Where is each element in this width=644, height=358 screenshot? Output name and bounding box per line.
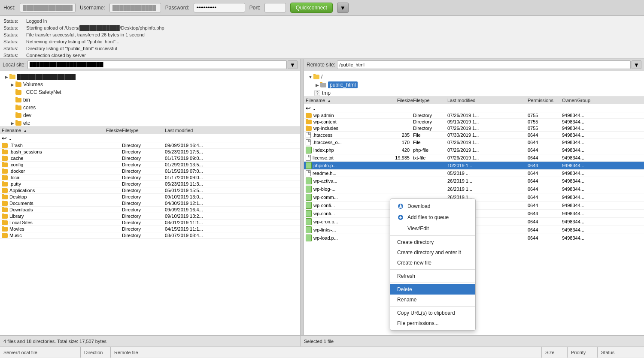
- remote-file-row-wp-content[interactable]: wp-content Directory 09/10/2019 1... 075…: [304, 119, 644, 125]
- ctx-item-rename[interactable]: Rename: [390, 295, 475, 305]
- tree-toggle-etc[interactable]: ▶: [9, 120, 15, 126]
- remote-file-row-wp-includes[interactable]: wp-includes Directory 07/26/2019 1... 07…: [304, 125, 644, 132]
- remote-file-row-license[interactable]: license.txt 19,935 txt-file 07/26/2019 1…: [304, 154, 644, 162]
- folder-icon-cache: [2, 156, 8, 161]
- tree-item-bin[interactable]: bin: [0, 96, 300, 104]
- quickconnect-button[interactable]: Quickconnect: [290, 3, 333, 13]
- remote-col-filename[interactable]: Filename ▲: [306, 98, 383, 103]
- folder-icon-documents: [2, 201, 8, 206]
- remote-file-row-phpinfo[interactable]: phpinfo.p... 10/2019 1... 0644 9498344..…: [304, 162, 644, 170]
- remote-file-row-htaccess-o[interactable]: .htaccess_o... 170 File 07/26/2019 1... …: [304, 139, 644, 146]
- remote-col-ownergroup[interactable]: Owner/Group: [562, 98, 642, 103]
- local-file-row-bash[interactable]: .bash_sessions Directory 05/23/2019 17:5…: [0, 149, 300, 155]
- remote-tree-item-tmp[interactable]: ? tmp: [306, 89, 642, 97]
- local-file-row-applications[interactable]: Applications Directory 05/01/2019 15:5..…: [0, 187, 300, 194]
- remote-file-row-wp-activa[interactable]: wp-activa... 26/2019 1... 0644 9498344..…: [304, 177, 644, 185]
- username-input[interactable]: [109, 3, 161, 12]
- local-file-row-movies[interactable]: Movies Directory 04/15/2019 11:1...: [0, 226, 300, 232]
- ctx-item-add-queue[interactable]: Add files to queue: [390, 212, 475, 223]
- panel-divider[interactable]: [301, 59, 304, 335]
- ctx-item-delete[interactable]: Delete: [390, 284, 475, 295]
- queue-icon: [397, 214, 404, 221]
- tree-item-volumes[interactable]: ▶ Volumes: [0, 81, 300, 88]
- php-icon-confi1: [306, 202, 312, 209]
- local-file-row-trash[interactable]: .Trash Directory 09/09/2019 16:4...: [0, 142, 300, 149]
- folder-icon-localsites: [2, 220, 8, 225]
- local-col-filesize[interactable]: Filesize: [88, 128, 122, 133]
- ctx-item-copy-url[interactable]: Copy URL(s) to clipboard: [390, 308, 475, 318]
- local-file-row-docker[interactable]: .docker Directory 01/15/2019 07:0...: [0, 168, 300, 174]
- local-site-dropdown-button[interactable]: ▼: [288, 60, 298, 69]
- host-label: Host:: [3, 5, 15, 11]
- tree-item-ccc[interactable]: _CCC SafetyNet: [0, 88, 300, 96]
- remote-file-row-wp-admin[interactable]: wp-admin Directory 07/26/2019 1... 0755 …: [304, 112, 644, 119]
- local-file-row-local[interactable]: .local Directory 01/17/2019 09:0...: [0, 174, 300, 181]
- remote-site-label: Remote site:: [307, 62, 335, 68]
- quickconnect-dropdown-button[interactable]: ▼: [337, 3, 349, 13]
- remote-col-filetype[interactable]: Filetype: [413, 98, 447, 103]
- local-col-filename[interactable]: Filename ▲: [2, 128, 88, 133]
- left-panel: Local site: ▼ ▶ ████████████████ ▶ Volum…: [0, 59, 301, 335]
- remote-file-row-parent[interactable]: ↩ ..: [304, 104, 644, 112]
- remote-file-row-htaccess[interactable]: .htaccess 235 File 07/30/2019 1... 0644 …: [304, 132, 644, 139]
- tree-item-dev[interactable]: dev: [0, 111, 300, 119]
- ctx-item-create-file[interactable]: Create new file: [390, 258, 475, 268]
- php-icon-phpinfo: [306, 162, 312, 169]
- tree-item-etc[interactable]: ▶ etc: [0, 119, 300, 127]
- local-file-row-downloads[interactable]: Downloads Directory 09/09/2019 16:4...: [0, 207, 300, 213]
- ctx-item-file-permissions[interactable]: File permissions...: [390, 318, 475, 328]
- folder-icon-library: [2, 214, 8, 219]
- local-file-row-library[interactable]: Library Directory 09/10/2019 13:2...: [0, 213, 300, 220]
- local-col-filetype[interactable]: Filetype: [122, 128, 165, 133]
- ctx-item-refresh[interactable]: Refresh: [390, 271, 475, 281]
- ctx-item-download[interactable]: Download: [390, 201, 475, 212]
- remote-site-dropdown-button[interactable]: ▼: [632, 60, 641, 69]
- folder-icon-downloads: [2, 208, 8, 212]
- local-file-row-config[interactable]: .config Directory 01/29/2019 13:5...: [0, 162, 300, 168]
- tree-toggle-home[interactable]: ▶: [3, 74, 9, 80]
- password-input[interactable]: [194, 3, 245, 12]
- download-icon: [397, 203, 404, 210]
- status-area: Status: Logged in Status: Starting uploa…: [0, 16, 644, 59]
- local-file-row-documents[interactable]: Documents Directory 04/30/2019 12:1...: [0, 200, 300, 207]
- folder-icon-local: [2, 175, 8, 180]
- tree-item-home[interactable]: ▶ ████████████████: [0, 73, 300, 81]
- remote-file-row-readme[interactable]: readme.h... 05/2019 ... 0644 9498344...: [304, 170, 644, 177]
- remote-file-row-wp-blog[interactable]: wp-blog-... 26/2019 1... 0644 9498344...: [304, 185, 644, 193]
- tree-item-etc-label: etc: [23, 120, 30, 126]
- remote-site-path-input[interactable]: [337, 60, 630, 69]
- remote-col-filesize[interactable]: Filesize: [383, 98, 413, 103]
- context-menu: Download Add files to queue View/Edit Cr…: [390, 199, 476, 331]
- local-col-lastmod[interactable]: Last modified: [165, 128, 298, 133]
- folder-icon-wp-content: [306, 120, 312, 124]
- ctx-create-dir-label: Create directory: [397, 239, 434, 245]
- ctx-copy-url-label: Copy URL(s) to clipboard: [397, 310, 455, 316]
- remote-tree-item-root[interactable]: ▼ /: [306, 73, 642, 81]
- remote-col-lastmod[interactable]: Last modified: [447, 98, 528, 103]
- host-input[interactable]: [20, 3, 76, 12]
- remote-file-row-index[interactable]: index.php 420 php-file 07/26/2019 1... 0…: [304, 146, 644, 154]
- remote-tree-toggle-public[interactable]: ▶: [314, 82, 320, 88]
- ctx-item-create-dir-enter[interactable]: Create directory and enter it: [390, 247, 475, 258]
- remote-tree-item-public[interactable]: ▶ public_html: [306, 81, 642, 89]
- remote-tree-toggle-root[interactable]: ▼: [307, 74, 313, 80]
- remote-col-permissions[interactable]: Permissions: [528, 98, 562, 103]
- local-site-path-input[interactable]: [27, 60, 287, 69]
- php-icon-links: [306, 226, 312, 233]
- tree-item-cores[interactable]: cores: [0, 104, 300, 111]
- local-file-row-desktop[interactable]: Desktop Directory 09/10/2019 13:0...: [0, 194, 300, 200]
- ctx-rename-label: Rename: [397, 297, 416, 303]
- local-file-row-putty[interactable]: .putty Directory 05/23/2019 11:3...: [0, 181, 300, 187]
- port-input[interactable]: [264, 3, 286, 12]
- queue-remote-file-label: Remote file: [111, 347, 542, 358]
- tree-toggle-volumes[interactable]: ▶: [9, 81, 15, 87]
- view-edit-icon: [397, 225, 404, 232]
- local-file-row-parent[interactable]: ↩ ..: [0, 134, 300, 142]
- folder-icon-home: [9, 75, 15, 79]
- ctx-item-create-dir[interactable]: Create directory: [390, 237, 475, 247]
- local-file-row-localsites[interactable]: Local Sites Directory 03/01/2019 11:1...: [0, 220, 300, 226]
- local-file-row-cache[interactable]: .cache Directory 01/17/2019 09:0...: [0, 155, 300, 162]
- local-file-row-music[interactable]: Music Directory 03/07/2019 08:4...: [0, 232, 300, 239]
- ctx-item-view-edit[interactable]: View/Edit: [390, 223, 475, 234]
- folder-icon-volumes: [15, 82, 21, 87]
